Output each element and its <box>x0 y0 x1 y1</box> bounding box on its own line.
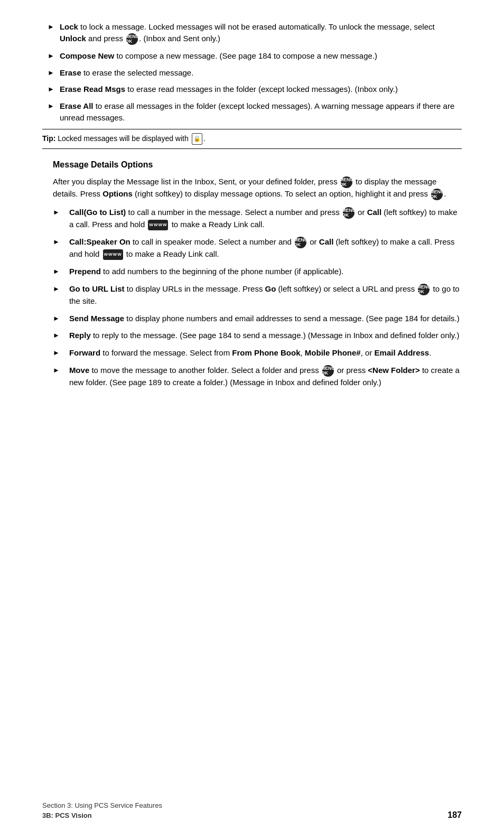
arrow-icon: ► <box>53 267 60 277</box>
menu-ok-badge-5: MENUOK <box>295 237 306 248</box>
term-mobile-phone: Mobile Phone# <box>305 348 361 357</box>
footer-left: Section 3: Using PCS Service Features 3B… <box>42 801 162 821</box>
term-forward: Forward <box>69 348 100 357</box>
term-erase-all: Erase All <box>60 101 94 110</box>
bullet-send-message: ► Send Message to display phone numbers … <box>53 313 462 324</box>
top-bullet-list: ► Lock to lock a message. Locked message… <box>42 21 462 124</box>
arrow-icon: ► <box>48 22 54 32</box>
bullet-erase-read: ► Erase Read Msgs to erase read messages… <box>42 83 462 95</box>
term-new-folder: <New Folder> <box>368 366 419 375</box>
term-erase: Erase <box>60 68 81 77</box>
tip-box: Tip: Locked messages will be displayed w… <box>42 129 462 149</box>
arrow-icon: ► <box>53 366 60 376</box>
term-call-speaker: Call:Speaker On <box>69 237 130 246</box>
bullet-compose: ► Compose New to compose a new message. … <box>42 50 462 62</box>
ready-link-badge-2: WWWW <box>103 249 123 260</box>
term-move: Move <box>69 366 89 375</box>
bullet-lock: ► Lock to lock a message. Locked message… <box>42 21 462 45</box>
term-call-2: Call <box>319 237 334 246</box>
term-send-message: Send Message <box>69 314 124 323</box>
menu-ok-badge-4: MENUOK <box>343 207 354 219</box>
bullet-call-speaker: ► Call:Speaker On to call in speaker mod… <box>53 236 462 260</box>
term-lock: Lock <box>60 22 78 31</box>
bullet-erase: ► Erase to erase the selected message. <box>42 67 462 79</box>
arrow-icon: ► <box>48 68 54 78</box>
term-url-list: Go to URL List <box>69 284 125 293</box>
arrow-icon: ► <box>53 348 60 358</box>
arrow-icon: ► <box>53 284 60 294</box>
footer-section-label: Section 3: Using PCS Service Features <box>42 801 162 811</box>
arrow-icon: ► <box>53 237 60 247</box>
menu-ok-badge-1: MENUOK <box>126 33 138 45</box>
term-compose: Compose New <box>60 51 114 60</box>
bullet-forward: ► Forward to forward the message. Select… <box>53 347 462 359</box>
bullet-prepend: ► Prepend to add numbers to the beginnin… <box>53 266 462 277</box>
arrow-icon: ► <box>48 101 54 111</box>
term-call-goto: Call(Go to List) <box>69 208 126 217</box>
bullet-reply: ► Reply to reply to the message. (See pa… <box>53 330 462 341</box>
term-from-phone-book: From Phone Book <box>232 348 300 357</box>
arrow-icon: ► <box>53 208 60 218</box>
arrow-icon: ► <box>48 85 54 95</box>
term-unlock: Unlock <box>60 34 86 43</box>
menu-ok-badge-6: MENUOK <box>418 284 430 295</box>
menu-ok-badge-3: MENUOK <box>431 189 443 200</box>
menu-ok-badge-7: MENUOK <box>322 365 334 377</box>
ready-link-badge-1: WWWW <box>148 220 168 230</box>
footer-subsection-label: 3B: PCS Vision <box>42 811 162 821</box>
term-email-address: Email Address <box>375 348 430 357</box>
footer-page-number: 187 <box>447 809 462 821</box>
bullet-call-goto: ► Call(Go to List) to call a number in t… <box>53 207 462 230</box>
term-call-1: Call <box>367 208 382 217</box>
section-heading: Message Details Options <box>42 158 462 171</box>
tip-label: Tip: <box>42 134 55 143</box>
main-bullet-list: ► Call(Go to List) to call a number in t… <box>42 207 462 388</box>
arrow-icon: ► <box>53 314 60 324</box>
term-prepend: Prepend <box>69 267 101 276</box>
term-reply: Reply <box>69 331 91 340</box>
arrow-icon: ► <box>48 51 54 61</box>
lock-icon: 🔒 <box>192 133 202 145</box>
term-go: Go <box>265 284 276 293</box>
intro-paragraph: After you display the Message list in th… <box>42 176 462 200</box>
menu-ok-badge-2: MENUOK <box>341 176 352 188</box>
arrow-icon: ► <box>53 331 60 341</box>
bullet-move: ► Move to move the message to another fo… <box>53 365 462 388</box>
bullet-url-list: ► Go to URL List to display URLs in the … <box>53 283 462 307</box>
footer: Section 3: Using PCS Service Features 3B… <box>42 801 462 821</box>
term-erase-read: Erase Read Msgs <box>60 85 125 94</box>
bullet-erase-all: ► Erase All to erase all messages in the… <box>42 100 462 124</box>
options-label: Options <box>102 189 133 198</box>
